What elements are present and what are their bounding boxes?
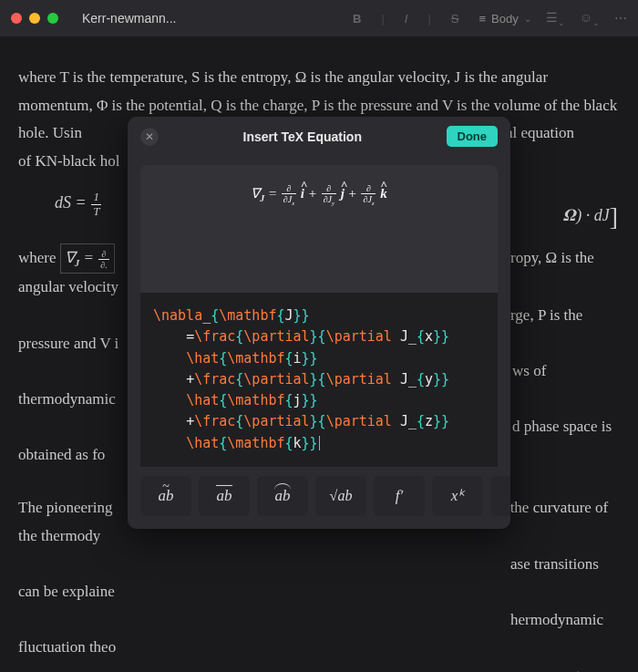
symbol-tilde-button[interactable]: ab — [140, 476, 191, 516]
symbol-xk-button[interactable]: xᵏ — [432, 476, 483, 516]
list-icon[interactable]: ☰⌄ — [546, 10, 565, 27]
paragraph-style-select[interactable]: ≡ Body ⌄ — [478, 12, 530, 26]
body-text: ase transitions can be explaine — [18, 555, 599, 601]
eq-text: dS = — [55, 193, 87, 212]
symbol-hat-button[interactable]: ab — [257, 476, 308, 516]
minimize-window-button[interactable] — [29, 13, 40, 24]
text-caret — [319, 436, 320, 450]
symbol-more-button[interactable] — [490, 476, 510, 516]
tex-source-editor[interactable]: \nabla_{\mathbf{J}} =\frac{\partial}{\pa… — [140, 293, 498, 467]
close-icon: ✕ — [145, 130, 154, 143]
symbol-bar-button[interactable]: ab — [199, 476, 250, 516]
symbol-sqrt-button[interactable]: √ab — [315, 476, 366, 516]
titlebar: Kerr-newmann... B | I | S ≡ Body ⌄ ☰⌄ ☺⌄… — [0, 0, 638, 36]
document-title: Kerr-newmann... — [82, 11, 176, 26]
tex-equation-modal: ✕ Insert TeX Equation Done ∇J = ∂∂Jx i +… — [128, 117, 510, 529]
body-text: hermodynamic fluctuation theo — [18, 611, 603, 656]
inline-equation[interactable]: ∇J = ∂∂. — [60, 243, 115, 274]
symbol-fprime-button[interactable]: f′ — [374, 476, 425, 516]
toolbar-separator: | — [381, 12, 384, 26]
toolbar-separator: | — [427, 12, 430, 26]
maximize-window-button[interactable] — [47, 13, 58, 24]
body-text: of KN-black hol — [18, 152, 119, 170]
chevron-down-icon: ⌄ — [524, 14, 531, 24]
body-text: where — [18, 249, 57, 266]
equation-fragment: 𝛀) · dJ] — [562, 202, 618, 232]
equation-preview: ∇J = ∂∂Jx i + ∂∂Jy j + ∂∂Jz k — [140, 165, 498, 293]
format-toolbar: B | I | S ≡ Body ⌄ ☰⌄ ☺⌄ ⋯ — [347, 8, 627, 29]
emoji-icon[interactable]: ☺⌄ — [580, 10, 600, 27]
modal-header: ✕ Insert TeX Equation Done — [128, 117, 510, 156]
done-button[interactable]: Done — [447, 126, 499, 147]
strikethrough-button[interactable]: S — [446, 8, 465, 29]
close-window-button[interactable] — [11, 13, 22, 24]
align-icon: ≡ — [478, 12, 486, 26]
bold-button[interactable]: B — [347, 8, 366, 29]
preview-equation: ∇J = ∂∂Jx i + ∂∂Jy j + ∂∂Jz k — [153, 183, 485, 206]
close-button[interactable]: ✕ — [140, 128, 159, 146]
symbol-palette: ab ab ab √ab f′ xᵏ — [128, 467, 510, 529]
italic-button[interactable]: I — [399, 8, 414, 29]
more-icon[interactable]: ⋯ — [614, 11, 627, 26]
style-label: Body — [491, 12, 519, 26]
window-controls — [11, 13, 58, 24]
eq-fraction: 1 T — [91, 191, 101, 218]
body-text: The pioneering — [18, 499, 112, 516]
body-text: nate transformation. — [18, 667, 587, 672]
modal-title: Insert TeX Equation — [159, 129, 447, 144]
